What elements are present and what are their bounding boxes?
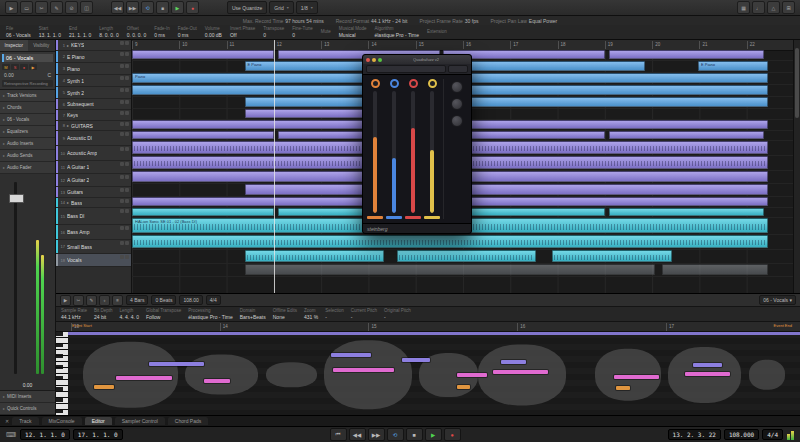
track-row-subsequent[interactable]: 6Subsequent: [56, 99, 131, 110]
tab-track[interactable]: Track: [12, 417, 38, 425]
use-quantize-toggle[interactable]: Use Quantize: [227, 1, 267, 14]
mute-button[interactable]: [120, 88, 124, 92]
track-row-a-guitar-1[interactable]: 11A Guitar 1: [56, 161, 131, 174]
info-field-algorithm[interactable]: Algorithmélastique Pro - Time: [374, 26, 418, 38]
tempo-display[interactable]: 108.000: [724, 429, 759, 440]
solo-button[interactable]: [125, 162, 129, 166]
pitch-lane-area[interactable]: [68, 332, 800, 417]
track-row-bass-di[interactable]: 15Bass DI: [56, 208, 131, 225]
mute-button[interactable]: [120, 76, 124, 80]
track-row-synth-2[interactable]: 5Synth 2: [56, 87, 131, 99]
info-field-file[interactable]: File06 - Vocals: [6, 26, 31, 38]
solo-button[interactable]: S: [11, 64, 19, 70]
info-field-length[interactable]: Length4. 4. 4. 0: [120, 308, 139, 320]
info-field-start[interactable]: Start13. 1. 1. 0: [39, 26, 61, 38]
fader-value[interactable]: 0.00: [0, 382, 55, 388]
band-fader[interactable]: [392, 91, 396, 213]
info-field-offline-edits[interactable]: Offline EditsNone: [273, 308, 297, 320]
mute-button[interactable]: [120, 147, 124, 151]
tab-sampler-control[interactable]: Sampler Control: [115, 417, 165, 425]
preset-nav[interactable]: [448, 65, 468, 73]
variaudio-segment[interactable]: [685, 372, 730, 376]
info-field-domain[interactable]: DomainBars+Beats: [240, 308, 266, 320]
band-fader[interactable]: [411, 91, 415, 213]
info-field-end[interactable]: End21. 1. 1. 0: [69, 26, 91, 38]
band-gain-knob[interactable]: [428, 79, 437, 88]
clip-keys[interactable]: [609, 50, 765, 59]
setup-icon[interactable]: ⊞: [782, 1, 795, 14]
monitor-icon[interactable]: ▶: [29, 64, 37, 70]
tab-editor[interactable]: Editor: [85, 417, 112, 425]
segments-icon[interactable]: ≡: [112, 295, 123, 306]
editor-field-0-beats[interactable]: 0 Beats: [151, 295, 176, 305]
inspector-tab-visibility[interactable]: Visibility: [28, 40, 56, 51]
info-field-fade-in[interactable]: Fade-In0 ms: [154, 26, 170, 38]
time-display[interactable]: 17. 1. 1. 0: [73, 429, 123, 440]
snap-grid-icon[interactable]: ▦: [737, 1, 750, 14]
mute-button[interactable]: [120, 64, 124, 68]
band-gain-knob[interactable]: [390, 79, 399, 88]
solo-button[interactable]: [125, 175, 129, 179]
inspector-section-equalizers[interactable]: ▸Equalizers: [0, 126, 55, 138]
clip-e-piano[interactable]: E Piano: [698, 61, 768, 71]
goto-start-icon[interactable]: ⏮: [330, 428, 347, 441]
mute-button[interactable]: [120, 175, 124, 179]
mute-tool-icon[interactable]: ⊘: [65, 1, 78, 14]
solo-button[interactable]: [125, 226, 129, 230]
info-field-invert-phase[interactable]: Invert PhaseOff: [230, 26, 255, 38]
band-gain-knob[interactable]: [409, 79, 418, 88]
variaudio-segment[interactable]: [693, 363, 722, 367]
forward-icon[interactable]: ▶▶: [126, 1, 139, 14]
info-field-current-pitch[interactable]: Current Pitch-: [351, 308, 377, 320]
forward-icon[interactable]: ▶▶: [368, 428, 385, 441]
clip-small-bass[interactable]: [245, 250, 384, 262]
solo-button[interactable]: [125, 255, 129, 259]
solo-button[interactable]: [125, 132, 129, 136]
mute-button[interactable]: [120, 52, 124, 56]
info-field-transpose[interactable]: Transpose0: [263, 26, 284, 38]
clip-small-bass[interactable]: [552, 250, 671, 262]
object-selection-tool-icon[interactable]: ▶: [5, 1, 18, 14]
mute-button[interactable]: [120, 122, 124, 126]
info-field-extension[interactable]: Extension: [427, 26, 447, 38]
variaudio-segment[interactable]: [493, 370, 549, 374]
piano-keyboard[interactable]: [56, 332, 68, 417]
track-row-vocals[interactable]: 18Vocals: [56, 254, 131, 267]
mute-button[interactable]: [120, 41, 124, 45]
master-knob-2[interactable]: [451, 98, 463, 110]
mute-button[interactable]: [120, 132, 124, 136]
play-icon[interactable]: ▶: [171, 1, 184, 14]
track-row-guitars[interactable]: 8▸GUITARS: [56, 121, 131, 131]
info-field-fade-out[interactable]: Fade-Out0 ms: [178, 26, 197, 38]
info-field-original-pitch[interactable]: Original Pitch-: [384, 308, 411, 320]
clip-small-bass[interactable]: [397, 250, 536, 262]
info-field-fine-tune[interactable]: Fine-Tune0: [292, 26, 312, 38]
track-row-bass-amp[interactable]: 16Bass Amp: [56, 225, 131, 240]
mute-button[interactable]: [120, 111, 124, 115]
tempo-display[interactable]: 13. 2. 3. 22: [668, 429, 721, 440]
vertical-scrollbar[interactable]: [793, 40, 800, 293]
keyboard-icon[interactable]: ⌨: [6, 431, 16, 439]
variaudio-segment[interactable]: [402, 358, 431, 362]
record-icon[interactable]: ●: [186, 1, 199, 14]
inspector-section-quick-controls[interactable]: ▸Quick Controls: [0, 403, 55, 415]
inspector-section-midi-inserts[interactable]: ▸MIDI Inserts: [0, 391, 55, 403]
volume-value[interactable]: 0.00: [4, 72, 14, 78]
info-field-selection[interactable]: Selection-: [325, 308, 344, 320]
solo-button[interactable]: [125, 122, 129, 126]
solo-button[interactable]: [125, 199, 129, 203]
metronome-icon[interactable]: △: [767, 1, 780, 14]
record-enable-icon[interactable]: ●: [20, 64, 28, 70]
draw-tool-icon[interactable]: ✎: [50, 1, 63, 14]
tempo-display[interactable]: 4/4: [762, 429, 783, 440]
variaudio-segment[interactable]: [149, 362, 205, 366]
mute-button[interactable]: [120, 226, 124, 230]
clip-a-guitar-1[interactable]: [440, 171, 768, 182]
mute-button[interactable]: [120, 255, 124, 259]
preset-dropdown[interactable]: [366, 65, 446, 73]
variaudio-segment[interactable]: [501, 360, 527, 364]
split-icon[interactable]: ✂: [73, 295, 84, 306]
close-lower-zone-icon[interactable]: ✕: [5, 418, 9, 424]
info-field-length[interactable]: Length8. 0. 0. 0: [99, 26, 118, 38]
band-gain-knob[interactable]: [371, 79, 380, 88]
